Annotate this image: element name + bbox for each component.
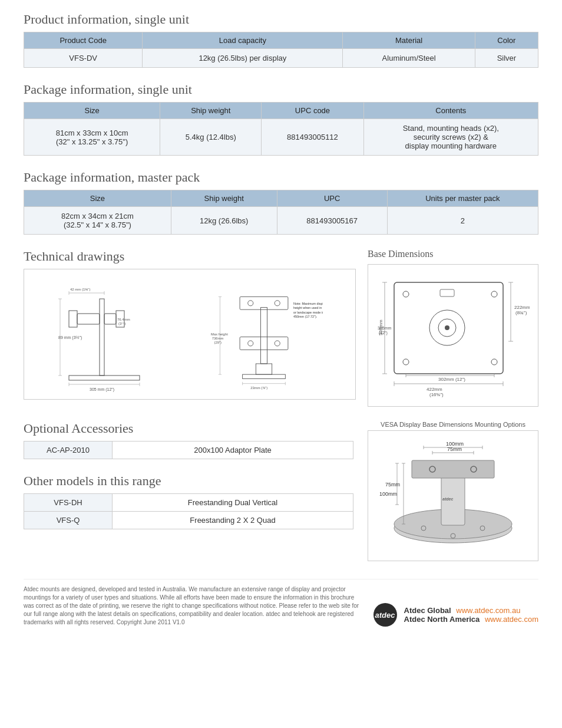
optional-accessories: Optional Accessories AC-AP-2010 200x100 …	[24, 421, 353, 459]
col-header-units-per-pack: Units per master pack	[387, 190, 538, 207]
atdec-logo-text: atdec	[375, 611, 395, 620]
ship-weight: 5.4kg (12.4lbs)	[160, 119, 262, 156]
other-models-section: Other models in this range VFS-DH Freest…	[24, 473, 353, 529]
vesa-label: VESA Display Base Dimensions Mounting Op…	[368, 421, 538, 428]
atdec-logo-circle: atdec	[373, 603, 397, 627]
col-header-size: Size	[24, 103, 160, 119]
footer-text: Atdec mounts are designed, developed and…	[24, 585, 362, 627]
units-per-pack: 2	[387, 207, 538, 235]
svg-rect-0	[69, 375, 140, 380]
col-header-color: Color	[475, 32, 538, 49]
svg-rect-3	[77, 314, 100, 324]
svg-point-50	[445, 325, 449, 330]
package-master-section: Package information, master pack Size Sh…	[24, 170, 538, 235]
brand-info: Atdec Global www.atdec.com.au Atdec Nort…	[404, 606, 539, 624]
svg-rect-2	[69, 311, 77, 327]
footer: Atdec mounts are designed, developed and…	[24, 579, 538, 627]
svg-text:422mm: 422mm	[427, 387, 442, 392]
side-view-drawing: 89 mm (3½") 305 mm (12") 42 mm (1⅝") 76.…	[57, 275, 151, 393]
table-row: 81cm x 33cm x 10cm(32" x 13.25" x 3.75")…	[24, 119, 538, 156]
package-master-table: Size Ship weight UPC Units per master pa…	[24, 190, 538, 235]
package-single-table: Size Ship weight UPC code Contents 81cm …	[24, 102, 538, 156]
other-models-title: Other models in this range	[24, 473, 353, 489]
svg-text:23mm (⅞"): 23mm (⅞")	[250, 386, 267, 390]
col-header-material: Material	[343, 32, 475, 49]
svg-text:(29"): (29")	[214, 341, 222, 344]
product-info-title: Product information, single unit	[24, 12, 538, 27]
svg-text:Note: Maximum display: Note: Maximum display	[293, 302, 323, 305]
accessory-code: AC-AP-2010	[24, 442, 113, 459]
svg-text:(3°°): (3°°)	[118, 322, 125, 325]
table-row: VFS-DV 12kg (26.5lbs) per display Alumin…	[24, 49, 538, 68]
svg-text:89 mm (3½"): 89 mm (3½")	[58, 335, 82, 340]
master-upc: 881493005167	[277, 207, 387, 235]
svg-rect-21	[256, 364, 272, 374]
svg-text:75mm: 75mm	[385, 482, 400, 487]
svg-text:302mm (12"): 302mm (12")	[438, 377, 465, 382]
svg-rect-26	[240, 337, 288, 350]
svg-text:or landscape mode is: or landscape mode is	[293, 311, 323, 314]
col-header-upc-code: UPC code	[262, 103, 363, 119]
svg-text:Max height: Max height	[211, 332, 228, 336]
svg-text:76.4mm: 76.4mm	[117, 318, 130, 321]
col-header-ship-weight: Ship weight	[160, 103, 262, 119]
technical-title: Technical drawings	[24, 249, 356, 264]
master-weight: 12kg (26.6lbs)	[171, 207, 277, 235]
svg-point-44	[403, 291, 409, 297]
product-info-section: Product information, single unit Product…	[24, 12, 538, 68]
upc-code: 881493005112	[262, 119, 363, 156]
model-code: VFS-Q	[24, 512, 113, 529]
global-line: Atdec Global www.atdec.com.au	[404, 606, 539, 615]
svg-rect-1	[100, 299, 104, 375]
col-header-upc: UPC	[277, 190, 387, 207]
svg-point-27	[247, 341, 253, 346]
base-dimensions-box: 422mm (16⅝") 305mm 222mm (8¾") 302mm (12…	[368, 264, 538, 407]
svg-point-46	[403, 359, 409, 365]
accessories-models-section: Optional Accessories AC-AP-2010 200x100 …	[24, 421, 538, 561]
product-info-table: Product Code Load capacity Material Colo…	[24, 32, 538, 68]
col-header-ship-weight: Ship weight	[171, 190, 277, 207]
svg-rect-51	[440, 289, 454, 297]
base-dimensions-col: Base Dimensions 42	[368, 249, 538, 407]
package-single-section: Package information, single unit Size Sh…	[24, 82, 538, 156]
svg-text:305mm: 305mm	[378, 326, 392, 330]
load-capacity: 12kg (26.5lbs) per display	[143, 49, 343, 68]
tech-drawings-col: Technical drawings 89 mm (3½")	[24, 249, 356, 407]
model-name: Freestanding Dual Vertical	[113, 494, 353, 512]
svg-point-25	[275, 301, 280, 306]
svg-rect-5	[104, 314, 116, 324]
svg-text:(16⅝"): (16⅝")	[429, 392, 444, 397]
accessory-name: 200x100 Adaptor Plate	[113, 442, 353, 459]
svg-point-28	[275, 341, 280, 346]
master-size: 82cm x 34cm x 21cm(32.5" x 14" x 8.75")	[24, 207, 171, 235]
svg-text:(12"): (12")	[379, 331, 388, 335]
table-row: 82cm x 34cm x 21cm(32.5" x 14" x 8.75") …	[24, 207, 538, 235]
svg-text:222mm: 222mm	[514, 305, 530, 310]
svg-rect-20	[242, 374, 285, 378]
model-code: VFS-DH	[24, 494, 113, 512]
table-row: VFS-Q Freestanding 2 X 2 Quad	[24, 512, 353, 529]
contents: Stand, mounting heads (x2),security scre…	[363, 119, 538, 156]
global-label: Atdec Global	[404, 606, 451, 615]
table-row: VFS-DH Freestanding Dual Vertical	[24, 494, 353, 512]
model-name: Freestanding 2 X 2 Quad	[113, 512, 353, 529]
col-header-size: Size	[24, 190, 171, 207]
svg-text:305 mm (12"): 305 mm (12")	[90, 387, 114, 392]
svg-text:atdec: atdec	[442, 497, 453, 501]
accessories-table: AC-AP-2010 200x100 Adaptor Plate	[24, 441, 353, 459]
svg-text:736mm: 736mm	[211, 337, 223, 340]
svg-text:height when used in portrait: height when used in portrait	[293, 306, 323, 309]
package-single-title: Package information, single unit	[24, 82, 538, 97]
svg-rect-75	[412, 460, 494, 478]
svg-text:42 mm (1⅝"): 42 mm (1⅝")	[70, 288, 90, 291]
na-line: Atdec North America www.atdec.com	[404, 615, 539, 624]
col-header-contents: Contents	[363, 103, 538, 119]
global-url: www.atdec.com.au	[456, 606, 520, 615]
svg-point-47	[491, 359, 497, 365]
svg-point-24	[247, 301, 253, 306]
base-dimensions-title: Base Dimensions	[368, 249, 538, 259]
footer-brand-area: atdec Atdec Global www.atdec.com.au Atde…	[373, 603, 539, 627]
other-models-table: VFS-DH Freestanding Dual Vertical VFS-Q …	[24, 493, 353, 529]
acc-models-col: Optional Accessories AC-AP-2010 200x100 …	[24, 421, 353, 561]
front-view-drawing: Max height 736mm (29") 23mm (⅞") Note: M…	[205, 275, 323, 393]
